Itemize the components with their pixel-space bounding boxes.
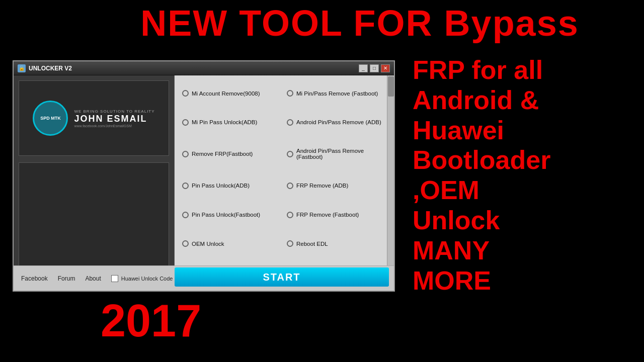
app-content: SPD MTK WE BRING SOLUTION TO REALITY JOH… bbox=[14, 75, 394, 291]
radio-item-5[interactable]: Remove FRP(Fastboot) bbox=[182, 138, 282, 170]
radio-label-3: Mi Pin Pass Unlock(ADB) bbox=[192, 119, 257, 125]
radio-item-8[interactable]: FRP Remove (ADB) bbox=[287, 173, 386, 199]
radio-button-9[interactable] bbox=[182, 212, 189, 218]
radio-label-4: Android Pin/Pass Remove (ADB) bbox=[296, 119, 381, 125]
close-button[interactable]: ✕ bbox=[381, 64, 390, 72]
scroll-thumb bbox=[388, 76, 394, 97]
logo-circle: SPD MTK bbox=[33, 101, 68, 136]
right-text-line4: Bootloader bbox=[413, 145, 629, 175]
output-area bbox=[19, 162, 169, 267]
radio-button-10[interactable] bbox=[287, 212, 293, 218]
radio-item-2[interactable]: Mi Pin/Pass Remove (Fastboot) bbox=[287, 80, 386, 107]
window-controls: _ □ ✕ bbox=[359, 64, 390, 72]
radio-label-2: Mi Pin/Pass Remove (Fastboot) bbox=[296, 90, 378, 97]
radio-item-7[interactable]: Pin Pass Unlock(ADB) bbox=[182, 173, 282, 199]
left-panel: SPD MTK WE BRING SOLUTION TO REALITY JOH… bbox=[14, 75, 175, 291]
radio-label-8: FRP Remove (ADB) bbox=[296, 183, 348, 189]
radio-button-11[interactable] bbox=[182, 240, 189, 247]
radio-label-7: Pin Pass Unlock(ADB) bbox=[192, 183, 250, 189]
logo-text-area: WE BRING SOLUTION TO REALITY JOHN ESMAIL… bbox=[74, 109, 154, 128]
radio-item-9[interactable]: Pin Pass Unlock(Fastboot) bbox=[182, 202, 282, 228]
radio-button-5[interactable] bbox=[182, 151, 189, 157]
radio-button-3[interactable] bbox=[182, 119, 189, 126]
radio-item-12[interactable]: Reboot EDL bbox=[287, 231, 386, 257]
logo-area: SPD MTK WE BRING SOLUTION TO REALITY JOH… bbox=[19, 80, 169, 156]
huawei-checkbox[interactable] bbox=[111, 275, 118, 282]
right-text-line6: Unlock bbox=[413, 206, 629, 236]
radio-label-9: Pin Pass Unlock(Fastboot) bbox=[192, 212, 260, 218]
right-text-line5: ,OEM bbox=[413, 175, 629, 206]
heading-top: NEW TOOL FOR Bypass bbox=[80, 5, 639, 41]
radio-button-12[interactable] bbox=[287, 240, 293, 247]
radio-label-11: OEM Unlock bbox=[192, 241, 224, 247]
scrollbar[interactable] bbox=[387, 75, 394, 291]
minimize-button[interactable]: _ bbox=[359, 64, 368, 72]
radio-item-11[interactable]: OEM Unlock bbox=[182, 231, 282, 257]
facebook-link[interactable]: Facebook bbox=[21, 275, 48, 282]
forum-link[interactable]: Forum bbox=[58, 275, 75, 282]
radio-item-10[interactable]: FRP Remove (Fastboot) bbox=[287, 202, 386, 228]
radio-item-3[interactable]: Mi Pin Pass Unlock(ADB) bbox=[182, 110, 282, 136]
radio-label-1: Mi Account Remove(9008) bbox=[192, 90, 260, 97]
right-text-block: FRP for all Android & Huawei Bootloader … bbox=[413, 55, 629, 296]
brand-text: SPD MTK bbox=[40, 116, 61, 121]
title-bar: 🔓 UNLOCKER V2 _ □ ✕ bbox=[14, 61, 394, 75]
radio-item-6[interactable]: Android Pin/Pass Remove (Fastboot) bbox=[287, 138, 386, 170]
start-button-container: START bbox=[175, 267, 389, 287]
logo-subtitle: WE BRING SOLUTION TO REALITY bbox=[74, 109, 154, 114]
radio-label-10: FRP Remove (Fastboot) bbox=[296, 212, 359, 218]
right-text-line1: FRP for all bbox=[413, 55, 629, 85]
radio-button-4[interactable] bbox=[287, 119, 293, 126]
start-button[interactable]: START bbox=[175, 267, 389, 287]
right-text-line8: MORE bbox=[413, 266, 629, 296]
right-text-line3: Huawei bbox=[413, 116, 629, 146]
right-text-line2: Android & bbox=[413, 85, 629, 116]
radio-options-grid: Mi Account Remove(9008)Mi Pin/Pass Remov… bbox=[182, 80, 386, 286]
logo-name: JOHN ESMAIL bbox=[74, 114, 154, 124]
year-text: 2017 bbox=[101, 295, 201, 347]
radio-item-1[interactable]: Mi Account Remove(9008) bbox=[182, 80, 282, 107]
right-panel: Mi Account Remove(9008)Mi Pin/Pass Remov… bbox=[175, 75, 394, 291]
radio-label-5: Remove FRP(Fastboot) bbox=[192, 151, 253, 157]
window-title: UNLOCKER V2 bbox=[29, 65, 72, 72]
radio-button-8[interactable] bbox=[287, 183, 293, 189]
radio-button-1[interactable] bbox=[182, 90, 189, 97]
app-window: 🔓 UNLOCKER V2 _ □ ✕ SPD MTK WE BRING SOL… bbox=[13, 60, 395, 292]
maximize-button[interactable]: □ bbox=[370, 64, 379, 72]
radio-button-2[interactable] bbox=[287, 90, 293, 97]
logo-website: www.facebook.com/JohnEsmailGSM bbox=[74, 124, 154, 128]
radio-button-7[interactable] bbox=[182, 183, 189, 189]
about-link[interactable]: About bbox=[85, 275, 101, 282]
radio-label-12: Reboot EDL bbox=[296, 241, 328, 247]
radio-button-6[interactable] bbox=[287, 151, 293, 157]
window-icon: 🔓 bbox=[18, 64, 26, 72]
radio-item-4[interactable]: Android Pin/Pass Remove (ADB) bbox=[287, 110, 386, 136]
right-text-line7: MANY bbox=[413, 236, 629, 266]
title-bar-left: 🔓 UNLOCKER V2 bbox=[18, 64, 72, 72]
radio-label-6: Android Pin/Pass Remove (Fastboot) bbox=[296, 148, 386, 160]
